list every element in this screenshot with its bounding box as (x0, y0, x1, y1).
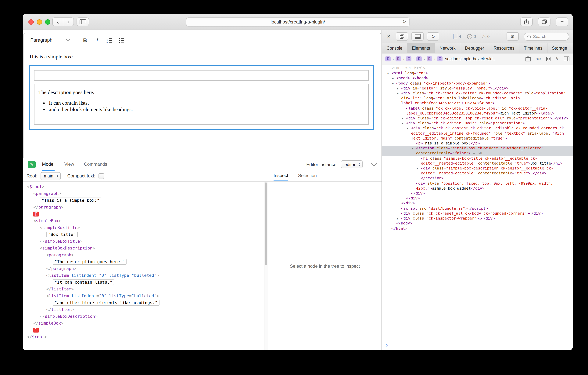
model-tree-scrollbar[interactable] (264, 182, 268, 350)
dom-tree-line[interactable]: <div style="position: fixed; top: 0px; l… (382, 181, 573, 191)
edit-icon[interactable]: ✎ (556, 56, 559, 61)
model-tree-line[interactable]: <simpleBoxDescription> (23, 245, 268, 252)
address-bar[interactable]: localhost/creating-a-plugin/ ↻ (186, 17, 410, 27)
devtools-close-button[interactable]: ✕ (385, 33, 392, 40)
dom-tree-line[interactable]: ▶<head>…</head> (382, 76, 573, 81)
simple-box-widget[interactable]: The description goes here. It can contai… (29, 65, 374, 130)
compact-text-checkbox[interactable] (98, 173, 104, 179)
dom-tree-line[interactable]: ▼<body class="ck-inspector-body-expanded… (382, 81, 573, 86)
paragraph-style-dropdown[interactable]: Paragraph (27, 35, 73, 45)
model-tree-line[interactable]: </simpleBox> (23, 320, 268, 327)
bulleted-list-button[interactable] (116, 35, 127, 45)
dom-tree-line[interactable]: </div> (382, 201, 573, 206)
model-tree-line[interactable]: </paragraph> (23, 204, 268, 211)
tab-overview-button[interactable] (538, 17, 550, 26)
simple-box-description-field[interactable]: The description goes here. It can contai… (34, 84, 369, 125)
dom-tree-line[interactable]: <!DOCTYPE html> (382, 66, 573, 70)
model-tree-line[interactable]: <listItem listIndent="0" listType="bulle… (23, 293, 268, 299)
ck-tab-commands[interactable]: Commands (84, 158, 107, 171)
model-tree-line[interactable]: "The description goes here." (23, 259, 268, 265)
model-tree-line[interactable]: "Box title" (23, 231, 268, 238)
dom-tree-line[interactable]: ▼<html lang="en"> (382, 70, 573, 76)
issue-count-badge[interactable]: i0 (467, 34, 476, 39)
ck-tab-view[interactable]: View (64, 158, 74, 171)
model-tree-line[interactable]: </listItem> (23, 286, 268, 293)
simple-box-title-field[interactable] (34, 70, 369, 81)
detach-window-button[interactable] (396, 32, 408, 41)
breadcrumb-current[interactable]: section.simple-box.ck-wid… (445, 56, 497, 61)
dom-tree-line[interactable]: </div> (382, 196, 573, 201)
breadcrumb-element-badge[interactable]: E (396, 56, 401, 61)
model-tree-line[interactable]: </simpleBoxDescription> (23, 313, 268, 320)
model-tree-line[interactable]: "It can contain lists," (23, 279, 268, 286)
editor-content[interactable]: This is a simple box: The description go… (24, 47, 381, 130)
breadcrumb-element-badge[interactable]: E (437, 56, 442, 61)
zoom-window-button[interactable] (45, 19, 50, 25)
model-tree-line[interactable]: </paragraph> (23, 265, 268, 272)
dom-tree-line[interactable]: </body> (382, 221, 573, 226)
model-tree-line[interactable]: <simpleBoxTitle> (23, 224, 268, 231)
collapse-arrow-icon[interactable]: ▼ (412, 146, 413, 152)
breadcrumb-element-badge[interactable]: E (406, 56, 411, 61)
dom-tree-line[interactable]: ▼<div class="ck ck-editor__main" role="p… (382, 121, 573, 125)
selection-marker-line[interactable]: [ (23, 211, 268, 218)
layout-grid-icon[interactable] (546, 57, 550, 61)
side-tab-selection[interactable]: Selection (298, 171, 317, 181)
devtools-tab-elements[interactable]: Elements (407, 43, 435, 53)
forward-button[interactable]: › (63, 18, 74, 26)
dom-tree-line[interactable]: <p>This is a simple box:</p> (382, 141, 573, 146)
quick-console[interactable]: > (382, 340, 573, 350)
breadcrumb-element-badge[interactable]: E (416, 56, 422, 61)
dom-tree-line[interactable]: <h1 class="simple-box-title ck-editor__e… (382, 156, 573, 166)
dom-tree-line[interactable]: </html> (382, 226, 573, 231)
resource-count-badge[interactable]: 4 (453, 34, 461, 39)
devtools-tab-timelines[interactable]: Timelines (519, 43, 547, 53)
devtools-search-input[interactable]: Search (524, 33, 569, 40)
dock-bottom-button[interactable] (411, 32, 424, 41)
details-sidebar-icon[interactable] (564, 56, 569, 61)
italic-button[interactable]: I (92, 35, 103, 45)
collapse-inspector-button[interactable] (371, 160, 377, 166)
model-tree-line[interactable]: "This is a simple box:" (23, 197, 268, 204)
breadcrumb-element-badge[interactable]: E (385, 56, 391, 61)
model-tree-line[interactable]: </simpleBoxTitle> (23, 238, 268, 245)
model-tree-line[interactable]: <listItem listIndent="0" listType="bulle… (23, 272, 268, 279)
model-tree-line[interactable]: "and other block elements like headings.… (23, 299, 268, 306)
model-tree-line[interactable]: <paragraph> (23, 190, 268, 197)
devtools-reload-button[interactable]: ↻ (427, 32, 439, 41)
sidebar-toggle-button[interactable] (76, 17, 89, 26)
dom-tree-line[interactable]: ▼<div class="ck ck-reset ck-editor ck-ro… (382, 91, 573, 106)
show-source-icon[interactable]: </> (536, 57, 541, 60)
model-tree-line[interactable]: </$root> (23, 334, 268, 341)
model-tree-line[interactable]: <$root> (23, 184, 268, 190)
dom-tree-line[interactable]: ▶<div id="editor" style="display: none;"… (382, 86, 573, 91)
dom-tree-line[interactable]: ▶<div class="ck ck-editor__top ck-reset_… (382, 116, 573, 121)
side-tab-inspect[interactable]: Inspect (273, 171, 288, 181)
devtools-tab-network[interactable]: Network (435, 43, 460, 53)
print-styles-icon[interactable] (526, 57, 531, 61)
devtools-tab-console[interactable]: Console (382, 43, 407, 53)
element-picker-button[interactable]: ⊕ (506, 32, 519, 41)
model-tree-line[interactable]: <paragraph> (23, 252, 268, 259)
dom-tree-line[interactable]: <div class="ck ck-reset_all ck-body ck-r… (382, 211, 573, 216)
devtools-tab-resources[interactable]: Resources (489, 43, 519, 53)
new-tab-button[interactable]: + (556, 17, 568, 26)
numbered-list-button[interactable]: 1.2.3. (104, 35, 115, 45)
dom-tree-line[interactable]: ▶<div class="ck-inspector-wrapper">…</di… (382, 216, 573, 221)
dom-tree-line[interactable]: <label class="ck ck-label ck-voice-label… (382, 106, 573, 116)
editor-paragraph[interactable]: This is a simple box: (29, 54, 374, 60)
warning-count-badge[interactable]: ⚠0 (482, 34, 490, 39)
dom-tree-line[interactable]: </section> (382, 176, 573, 181)
dom-tree-line[interactable]: ▶<div class="simple-box-description ck-e… (382, 166, 573, 176)
model-tree-line[interactable]: <simpleBox> (23, 218, 268, 224)
reload-icon[interactable]: ↻ (402, 19, 406, 24)
list-item[interactable]: and other block elements like headings. (49, 107, 365, 113)
dom-tree-line[interactable]: </div> (382, 191, 573, 196)
collapse-arrow-icon[interactable]: ▼ (407, 126, 409, 131)
root-select[interactable]: main ▲▼ (40, 172, 60, 180)
model-tree-line[interactable]: </listItem> (23, 306, 268, 313)
devtools-tab-debugger[interactable]: Debugger (461, 43, 489, 53)
expand-arrow-icon[interactable]: ▶ (417, 166, 418, 171)
close-window-button[interactable] (28, 19, 34, 25)
collapse-arrow-icon[interactable]: ▼ (397, 91, 399, 96)
